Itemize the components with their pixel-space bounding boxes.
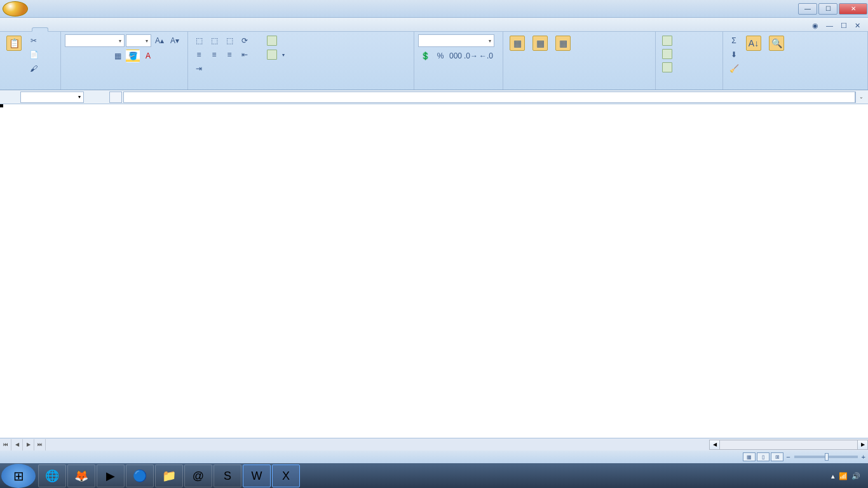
office-button[interactable]	[3, 1, 28, 17]
border-icon[interactable]: ▦	[111, 50, 125, 62]
align-right-icon[interactable]: ≡	[222, 48, 236, 61]
system-tray: ▴ 📶 🔊	[827, 472, 867, 480]
format-icon	[662, 62, 672, 72]
currency-icon[interactable]: 💲	[418, 50, 432, 62]
indent-dec-icon[interactable]: ⇤	[238, 48, 252, 61]
zoom-slider[interactable]	[794, 456, 858, 458]
preview-icon[interactable]	[88, 3, 99, 15]
fill-icon[interactable]: ⬇	[727, 48, 741, 61]
tray-network-icon[interactable]: 📶	[839, 472, 848, 480]
redo-icon[interactable]	[60, 3, 71, 15]
taskbar-skype-icon[interactable]: S	[214, 464, 241, 487]
tab-home[interactable]	[32, 27, 48, 32]
tab-formulas[interactable]	[79, 28, 94, 31]
comma-icon[interactable]: 000	[449, 50, 463, 62]
tab-page-layout[interactable]	[64, 28, 79, 31]
sheet-next-icon[interactable]: ▶	[23, 439, 34, 451]
align-top-icon[interactable]: ⬚	[192, 34, 206, 47]
taskbar-word-icon[interactable]: W	[243, 464, 271, 487]
close-button[interactable]: ✕	[839, 3, 867, 15]
spreadsheet-grid[interactable]	[0, 104, 868, 438]
restore-icon[interactable]: ☐	[838, 20, 850, 31]
font-size-combo[interactable]: ▾	[126, 34, 151, 47]
tray-flag-icon[interactable]: ▴	[831, 472, 835, 480]
taskbar-explorer-icon[interactable]: 📁	[155, 464, 183, 487]
undo-icon[interactable]	[46, 3, 57, 15]
minimize-button[interactable]: —	[798, 3, 817, 15]
minimize-ribbon-icon[interactable]: —	[824, 20, 836, 31]
page-break-icon[interactable]: ⊞	[771, 452, 783, 461]
format-cells-button[interactable]	[660, 61, 677, 74]
autosum-icon[interactable]: Σ	[727, 34, 741, 47]
format-table-button[interactable]: ▦	[530, 34, 550, 53]
percent-icon[interactable]: %	[433, 50, 447, 62]
grow-font-icon[interactable]: A▴	[153, 34, 166, 47]
decrease-decimal-icon[interactable]: ←.0	[479, 50, 493, 62]
fill-color-icon[interactable]: 🪣	[126, 50, 140, 62]
taskbar-excel-icon[interactable]: X	[272, 464, 300, 487]
italic-button[interactable]	[80, 50, 94, 62]
indent-inc-icon[interactable]: ⇥	[192, 62, 206, 75]
tab-view[interactable]	[125, 28, 140, 31]
font-combo[interactable]: ▾	[65, 34, 125, 47]
copy-icon[interactable]: 📄	[27, 48, 41, 61]
find-select-button[interactable]: 🔍	[766, 34, 787, 53]
page-layout-icon[interactable]: ▯	[757, 452, 770, 461]
maximize-button[interactable]: ☐	[818, 3, 837, 15]
mail-icon[interactable]	[102, 3, 113, 15]
align-left-icon[interactable]: ≡	[192, 48, 206, 61]
shrink-font-icon[interactable]: A▾	[168, 34, 182, 47]
horizontal-scrollbar[interactable]: ◀ ▶	[709, 440, 868, 450]
taskbar-ie-icon[interactable]: 🌐	[38, 464, 66, 487]
close-doc-icon[interactable]: ✕	[852, 20, 863, 31]
scroll-left-icon[interactable]: ◀	[710, 440, 720, 449]
font-color-icon[interactable]: A	[141, 50, 155, 62]
tab-data[interactable]	[94, 28, 109, 31]
paste-button[interactable]: 📋	[4, 34, 24, 53]
align-center-icon[interactable]: ≡	[207, 48, 221, 61]
save-icon[interactable]	[32, 3, 43, 15]
format-painter-icon[interactable]: 🖌	[27, 62, 41, 75]
underline-button[interactable]	[95, 50, 109, 62]
tray-volume-icon[interactable]: 🔊	[851, 472, 860, 480]
insert-cells-button[interactable]	[660, 34, 677, 47]
delete-cells-button[interactable]	[660, 48, 677, 60]
taskbar-media-icon[interactable]: ▶	[97, 464, 125, 487]
increase-decimal-icon[interactable]: .0→	[464, 50, 478, 62]
align-middle-icon[interactable]: ⬚	[207, 34, 221, 47]
name-box[interactable]: ▾	[20, 92, 84, 103]
sheet-prev-icon[interactable]: ◀	[11, 439, 23, 451]
sheet-first-icon[interactable]: ⏮	[0, 439, 11, 451]
wrap-icon	[267, 36, 277, 46]
formula-bar[interactable]	[123, 92, 855, 103]
help-icon[interactable]: ◉	[810, 20, 821, 31]
zoom-out-icon[interactable]: −	[786, 453, 790, 461]
tab-insert[interactable]	[48, 28, 64, 31]
tab-review[interactable]	[109, 28, 125, 31]
align-bottom-icon[interactable]: ⬚	[222, 34, 236, 47]
taskbar-mail-icon[interactable]: @	[184, 464, 212, 487]
number-format-combo[interactable]: ▾	[418, 34, 494, 47]
clear-icon[interactable]: 🧹	[727, 62, 741, 75]
sheet-last-icon[interactable]: ⏭	[34, 439, 46, 451]
orientation-icon[interactable]: ⟳	[238, 34, 252, 47]
expand-formula-icon[interactable]: ⌄	[855, 92, 867, 103]
insert-icon	[662, 36, 672, 46]
fx-button[interactable]	[109, 92, 122, 103]
wrap-text-button[interactable]	[264, 34, 287, 47]
cond-format-icon: ▦	[510, 36, 525, 51]
bold-button[interactable]	[65, 50, 79, 62]
taskbar-firefox-icon[interactable]: 🦊	[67, 464, 95, 487]
scroll-right-icon[interactable]: ▶	[857, 440, 867, 449]
start-button[interactable]: ⊞	[1, 464, 36, 488]
cut-icon[interactable]: ✂	[27, 34, 41, 47]
merge-center-button[interactable]: ▾	[264, 48, 287, 61]
normal-view-icon[interactable]: ▦	[743, 452, 756, 461]
delete-icon	[662, 49, 672, 59]
cell-styles-button[interactable]: ▦	[553, 34, 573, 53]
cond-format-button[interactable]: ▦	[507, 34, 527, 53]
zoom-in-icon[interactable]: +	[862, 453, 865, 461]
sort-filter-button[interactable]: A↓	[743, 34, 764, 53]
taskbar-chrome-icon[interactable]: 🔵	[126, 464, 154, 487]
print-icon[interactable]	[74, 3, 85, 15]
